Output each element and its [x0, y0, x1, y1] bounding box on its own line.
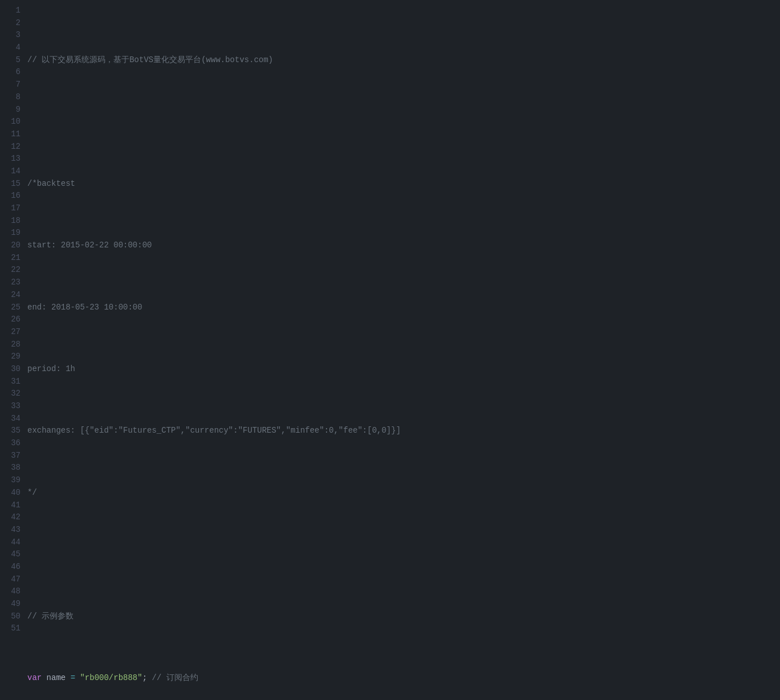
ln-28: 28 [9, 339, 21, 351]
ln-11: 11 [9, 128, 21, 141]
ln-12: 12 [9, 141, 21, 153]
ln-34: 34 [9, 413, 21, 425]
ln-18: 18 [9, 215, 21, 227]
ln-15: 15 [9, 178, 21, 190]
ln-43: 43 [9, 524, 21, 536]
code-line-3: /*backtest [27, 178, 771, 190]
line-numbers: 1 2 3 4 5 6 7 8 9 10 11 12 13 14 15 16 1… [0, 5, 27, 700]
code-line-2 [27, 116, 771, 128]
code-line-1: // 以下交易系统源码，基于BotVS量化交易平台(www.botvs.com) [27, 54, 771, 67]
ln-10: 10 [9, 116, 21, 128]
code-line-11: var name = "rb000/rb888"; // 订阅合约 [27, 672, 771, 685]
ln-21: 21 [9, 252, 21, 264]
ln-25: 25 [9, 302, 21, 314]
ln-19: 19 [9, 227, 21, 239]
ln-50: 50 [9, 611, 21, 623]
ln-48: 48 [9, 585, 21, 598]
ln-46: 46 [9, 561, 21, 573]
ln-6: 6 [9, 66, 21, 79]
ln-9: 9 [9, 104, 21, 116]
ln-29: 29 [9, 351, 21, 363]
ln-27: 27 [9, 326, 21, 339]
ln-42: 42 [9, 511, 21, 524]
ln-17: 17 [9, 202, 21, 215]
ln-5: 5 [9, 54, 21, 67]
ln-31: 31 [9, 376, 21, 388]
ln-47: 47 [9, 573, 21, 586]
ln-35: 35 [9, 425, 21, 437]
code-line-9 [27, 548, 771, 561]
ln-14: 14 [9, 165, 21, 178]
ln-7: 7 [9, 79, 21, 91]
code-line-7: exchanges: [{"eid":"Futures_CTP","curren… [27, 425, 771, 437]
ln-30: 30 [9, 363, 21, 376]
ln-32: 32 [9, 388, 21, 400]
ln-49: 49 [9, 598, 21, 611]
ln-44: 44 [9, 536, 21, 549]
ln-20: 20 [9, 239, 21, 252]
ln-26: 26 [9, 314, 21, 326]
code-content: // 以下交易系统源码，基于BotVS量化交易平台(www.botvs.com)… [27, 5, 780, 700]
code-line-4: start: 2015-02-22 00:00:00 [27, 239, 771, 252]
ln-3: 3 [9, 29, 21, 42]
ln-23: 23 [9, 276, 21, 289]
ln-38: 38 [9, 462, 21, 474]
ln-24: 24 [9, 289, 21, 302]
ln-2: 2 [9, 17, 21, 30]
ln-45: 45 [9, 548, 21, 561]
code-line-5: end: 2018-05-23 10:00:00 [27, 302, 771, 314]
ln-8: 8 [9, 91, 21, 104]
ln-39: 39 [9, 474, 21, 487]
ln-13: 13 [9, 153, 21, 165]
ln-4: 4 [9, 42, 21, 54]
ln-22: 22 [9, 264, 21, 276]
ln-51: 51 [9, 622, 21, 635]
code-editor: 1 2 3 4 5 6 7 8 9 10 11 12 13 14 15 16 1… [0, 0, 780, 700]
code-line-10: // 示例参数 [27, 611, 771, 623]
ln-41: 41 [9, 499, 21, 512]
ln-40: 40 [9, 487, 21, 499]
code-line-8: */ [27, 487, 771, 499]
ln-36: 36 [9, 437, 21, 450]
ln-16: 16 [9, 190, 21, 202]
ln-37: 37 [9, 450, 21, 462]
code-line-6: period: 1h [27, 363, 771, 376]
ln-33: 33 [9, 400, 21, 413]
ln-1: 1 [9, 5, 21, 17]
